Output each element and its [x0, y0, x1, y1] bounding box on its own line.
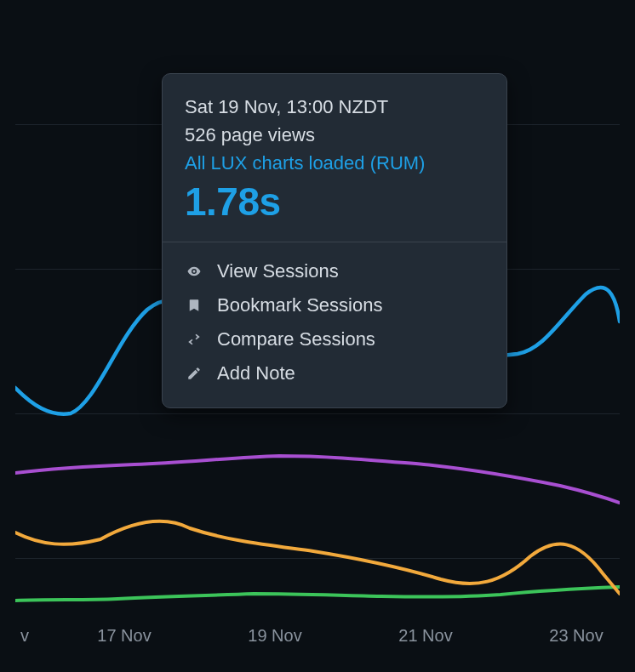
chart-frame: v 17 Nov 19 Nov 21 Nov 23 Nov Sat 19 Nov…	[15, 14, 620, 658]
tooltip-header: Sat 19 Nov, 13:00 NZDT 526 page views Al…	[163, 74, 506, 242]
x-axis: v 17 Nov 19 Nov 21 Nov 23 Nov	[15, 626, 620, 652]
x-tick: 17 Nov	[97, 626, 151, 646]
series-4-line	[15, 587, 620, 601]
chart-tooltip: Sat 19 Nov, 13:00 NZDT 526 page views Al…	[162, 73, 507, 408]
pencil-icon	[185, 364, 203, 383]
bookmark-icon	[185, 296, 203, 315]
add-note-action[interactable]: Add Note	[185, 356, 484, 390]
series-2-line	[15, 456, 620, 503]
tooltip-metric-name: All LUX charts loaded (RUM)	[185, 149, 484, 177]
series-3-line	[15, 521, 620, 594]
tooltip-value: 1.78s	[185, 179, 484, 225]
x-tick: 19 Nov	[248, 626, 301, 646]
add-note-label: Add Note	[217, 362, 295, 384]
bookmark-sessions-action[interactable]: Bookmark Sessions	[185, 288, 484, 322]
view-sessions-label: View Sessions	[217, 260, 339, 282]
compare-sessions-action[interactable]: Compare Sessions	[185, 322, 484, 356]
tooltip-timestamp: Sat 19 Nov, 13:00 NZDT	[185, 93, 484, 121]
view-sessions-action[interactable]: View Sessions	[185, 254, 484, 288]
compare-sessions-label: Compare Sessions	[217, 328, 375, 350]
tooltip-actions: View Sessions Bookmark Sessions Compare …	[163, 242, 506, 407]
swap-icon	[185, 330, 203, 349]
x-tick: 21 Nov	[398, 626, 452, 646]
bookmark-sessions-label: Bookmark Sessions	[217, 294, 382, 316]
tooltip-pageviews: 526 page views	[185, 121, 484, 149]
x-tick: v	[20, 626, 29, 646]
x-tick: 23 Nov	[549, 626, 603, 646]
eye-icon	[185, 262, 203, 281]
